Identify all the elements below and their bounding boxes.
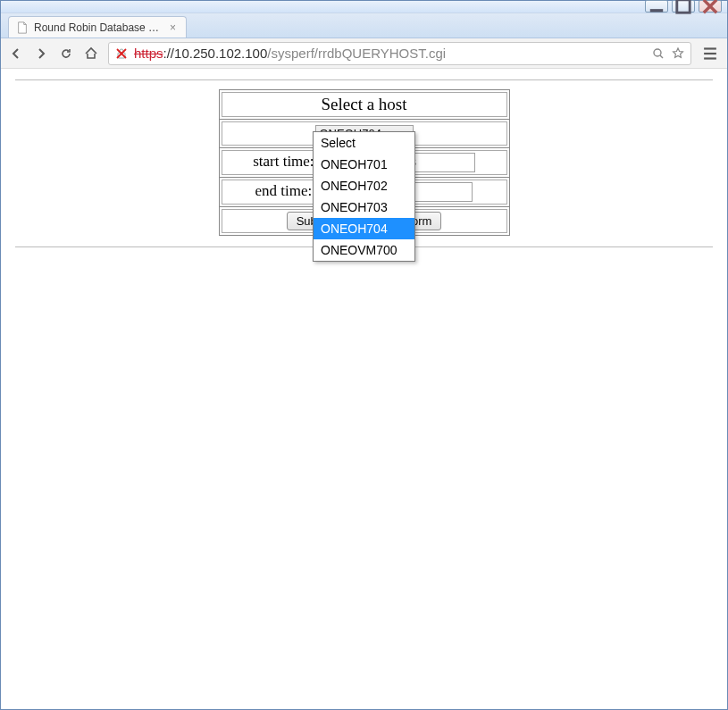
window-maximize-button[interactable] [672,0,695,13]
zoom-icon[interactable] [651,46,665,61]
end-time-label: end time: [255,182,313,199]
host-option[interactable]: ONEOH702 [314,175,414,196]
start-time-label: start time: [253,153,314,170]
page-icon [16,21,29,34]
tab-close-button[interactable]: × [170,23,179,32]
host-option[interactable]: ONEOH703 [314,196,414,218]
chrome-menu-button[interactable] [700,44,720,63]
page-viewport: Select a host ONEOH704 [1,69,727,709]
host-option[interactable]: Select [314,132,414,154]
divider-top [15,79,713,80]
window-close-button[interactable] [699,0,722,13]
host-option[interactable]: ONEOVM700 [314,239,414,261]
browser-window: Round Robin Database Q… × [0,0,728,710]
host-option[interactable]: ONEOH701 [314,154,414,175]
tab-title: Round Robin Database Q… [34,21,164,34]
browser-tab[interactable]: Round Robin Database Q… × [8,16,187,38]
bookmark-star-icon[interactable] [671,46,685,61]
url-scheme: https [134,46,163,61]
ssl-error-icon [114,46,129,61]
window-controls [645,0,722,13]
reload-button[interactable] [58,46,74,62]
host-option[interactable]: ONEOH704 [314,218,414,239]
window-minimize-button[interactable] [645,0,668,13]
svg-line-8 [660,55,663,58]
url-path: /sysperf/rrdbQUERYHOST.cgi [267,46,446,61]
url-bar[interactable]: https://10.250.102.100/sysperf/rrdbQUERY… [108,42,691,65]
window-titlebar [1,1,727,13]
svg-rect-1 [677,0,690,13]
tab-strip: Round Robin Database Q… × [1,13,727,38]
url-text: https://10.250.102.100/sysperf/rrdbQUERY… [134,46,646,61]
home-button[interactable] [83,46,99,62]
host-select-popup[interactable]: SelectONEOH701ONEOH702ONEOH703ONEOH704ON… [313,131,415,262]
form-header: Select a host [222,92,507,117]
forward-button[interactable] [33,46,49,62]
browser-toolbar: https://10.250.102.100/sysperf/rrdbQUERY… [1,38,727,69]
back-button[interactable] [8,46,24,62]
url-host: ://10.250.102.100 [163,46,268,61]
svg-point-7 [654,49,661,56]
